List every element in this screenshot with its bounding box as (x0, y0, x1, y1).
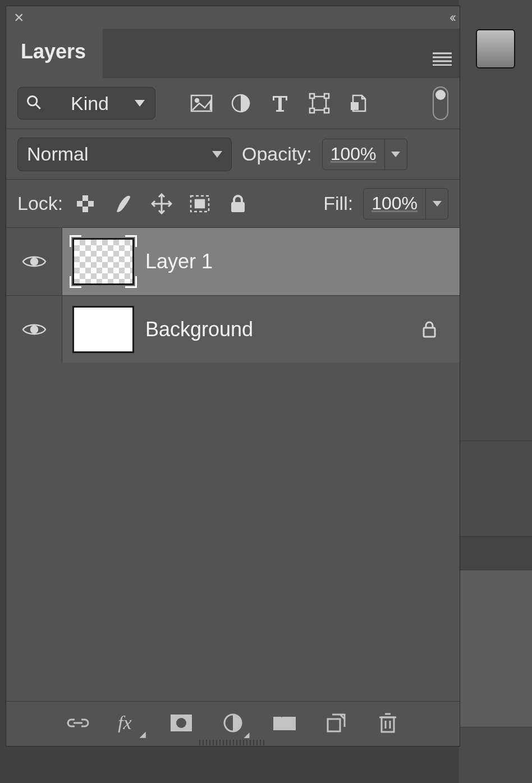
fill-value[interactable]: 100% (364, 193, 425, 214)
blend-mode-dropdown[interactable]: Normal (17, 138, 232, 171)
right-dock-strip (459, 0, 532, 783)
lock-transparent-icon[interactable] (73, 189, 98, 218)
fill-dropdown-button[interactable] (425, 189, 448, 219)
eye-icon (22, 253, 47, 270)
svg-rect-24 (195, 200, 204, 208)
svg-line-5 (36, 104, 40, 109)
svg-rect-28 (424, 328, 435, 337)
svg-point-26 (31, 258, 38, 265)
chevron-down-icon (433, 201, 442, 207)
filter-toggle[interactable] (433, 86, 448, 120)
layer-mask-icon[interactable] (168, 709, 195, 736)
svg-rect-34 (382, 717, 394, 732)
svg-rect-11 (324, 94, 329, 98)
svg-point-27 (31, 326, 38, 333)
svg-text:fx: fx (118, 713, 132, 732)
dock-slot[interactable] (459, 441, 532, 537)
chevron-down-icon (212, 151, 222, 158)
visibility-toggle[interactable] (6, 296, 62, 363)
visibility-toggle[interactable] (6, 228, 62, 295)
fill-label: Fill: (323, 193, 353, 214)
lock-label: Lock: (17, 193, 63, 214)
svg-rect-25 (231, 202, 245, 212)
svg-rect-17 (88, 195, 94, 201)
svg-rect-19 (77, 207, 82, 212)
tab-label: Layers (21, 40, 86, 63)
lock-position-icon[interactable] (149, 189, 174, 218)
resize-grabber-icon[interactable] (199, 740, 267, 745)
svg-rect-14 (351, 102, 359, 110)
new-group-icon[interactable] (271, 709, 298, 736)
svg-rect-12 (310, 108, 314, 113)
adjustment-layer-icon[interactable] (219, 709, 246, 736)
panel-menu-icon[interactable] (433, 52, 452, 66)
tab-layers[interactable]: Layers (6, 29, 103, 78)
layer-style-icon[interactable]: fx (116, 709, 143, 736)
opacity-field: 100% (322, 139, 407, 170)
svg-point-7 (195, 99, 199, 102)
eye-icon (22, 321, 47, 338)
lock-all-icon[interactable] (226, 189, 250, 218)
filter-pixel-icon[interactable] (187, 89, 216, 118)
opacity-value[interactable]: 100% (323, 144, 384, 164)
delete-layer-icon[interactable] (374, 709, 401, 736)
chevron-down-icon (135, 100, 145, 107)
svg-rect-18 (82, 201, 88, 207)
filter-type-text-icon[interactable] (265, 89, 295, 118)
svg-rect-10 (310, 94, 314, 98)
fill-field: 100% (363, 188, 448, 219)
layer-row[interactable]: Background (6, 295, 460, 363)
layer-thumbnail[interactable] (72, 238, 134, 285)
svg-rect-13 (324, 108, 329, 113)
tab-well (103, 29, 433, 78)
chevron-down-icon (140, 731, 149, 741)
new-layer-icon[interactable] (323, 709, 350, 736)
chevron-down-icon (391, 152, 400, 157)
dock-slot[interactable] (459, 537, 532, 570)
lock-image-icon[interactable] (111, 189, 136, 218)
lock-artboard-icon[interactable] (187, 189, 212, 218)
layer-name[interactable]: Background (145, 318, 406, 341)
layers-panel: × ‹‹ Layers Kind (6, 6, 460, 747)
svg-point-32 (176, 718, 186, 728)
dock-slot[interactable] (459, 570, 532, 604)
layer-bottom-toolbar: fx (6, 701, 460, 738)
blend-mode-label: Normal (27, 143, 89, 165)
svg-point-4 (28, 97, 37, 106)
lock-icon (417, 320, 442, 338)
toggle-dot-icon (435, 90, 446, 100)
filter-smartobject-icon[interactable] (344, 89, 373, 118)
filter-adjustment-icon[interactable] (226, 89, 255, 118)
layer-row[interactable]: Layer 1 (6, 228, 460, 295)
close-icon[interactable]: × (14, 8, 24, 27)
layer-thumbnail[interactable] (72, 306, 134, 353)
filter-shape-icon[interactable] (305, 89, 334, 118)
search-icon (26, 94, 42, 112)
link-layers-icon[interactable] (65, 709, 91, 736)
opacity-label: Opacity: (242, 143, 312, 165)
svg-rect-16 (77, 195, 82, 201)
layer-list: Layer 1 Background (6, 227, 460, 363)
opacity-dropdown-button[interactable] (384, 139, 407, 170)
filter-type-label: Kind (71, 93, 109, 115)
layer-name[interactable]: Layer 1 (145, 250, 450, 273)
dock-tool-icon[interactable] (476, 29, 515, 68)
svg-rect-20 (88, 207, 94, 212)
dock-slot[interactable] (459, 604, 532, 727)
filter-type-dropdown[interactable]: Kind (17, 87, 155, 120)
